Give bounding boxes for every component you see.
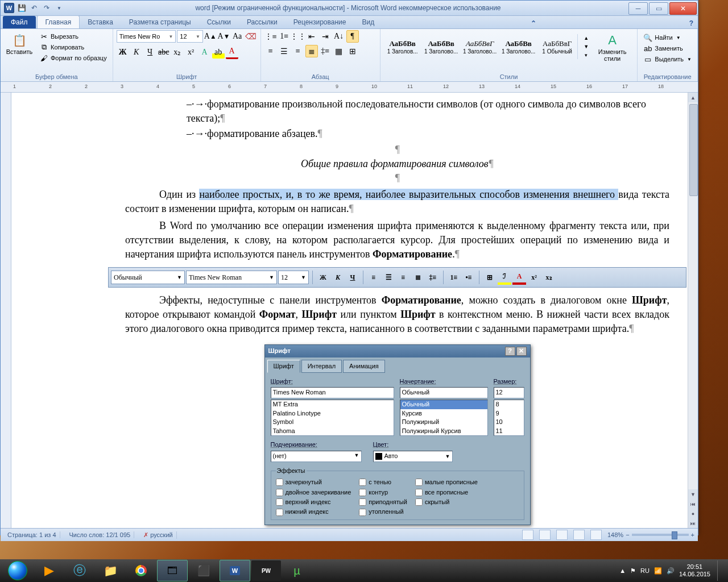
- tray-volume-icon[interactable]: 🔊: [667, 567, 675, 575]
- style-item[interactable]: АаБбВв1 Заголово...: [500, 30, 537, 63]
- ruler-vertical[interactable]: [1, 93, 11, 528]
- tray-lang[interactable]: RU: [640, 567, 650, 574]
- view-print-layout[interactable]: [522, 530, 533, 540]
- style-item[interactable]: АаБбВвГ1 Обычный: [539, 30, 576, 63]
- shrink-font-button[interactable]: A▼: [218, 30, 230, 43]
- paste-button[interactable]: 📋 Вставить: [4, 30, 35, 57]
- sort-button[interactable]: A↓: [333, 30, 345, 43]
- subscript-button[interactable]: x₂: [171, 46, 184, 59]
- align-center-button[interactable]: ☰: [278, 45, 291, 57]
- tab-home[interactable]: Главная: [37, 15, 80, 28]
- minimize-button[interactable]: ─: [628, 2, 648, 15]
- tray-clock[interactable]: 20:5114.06.2015: [679, 563, 710, 578]
- italic-button[interactable]: К: [130, 46, 143, 59]
- qat-save-icon[interactable]: 💾: [16, 3, 27, 13]
- copy-button[interactable]: ⧉Копировать: [37, 42, 109, 52]
- select-button[interactable]: ▭Выделить▼: [641, 54, 694, 64]
- numbering-button[interactable]: 1≡: [278, 30, 291, 43]
- tab-insert[interactable]: Вставка: [80, 16, 121, 28]
- clear-format-button[interactable]: ⌫: [245, 30, 257, 43]
- tray-expand-icon[interactable]: ▲: [619, 567, 626, 574]
- change-styles-button[interactable]: A Изменить стили: [595, 30, 630, 64]
- page-scroll[interactable]: –·→·форматирование произвольной последов…: [11, 93, 698, 528]
- status-words[interactable]: Число слов: 12/1 095: [66, 531, 135, 538]
- font-size-combo[interactable]: 12▼: [177, 30, 203, 43]
- file-tab[interactable]: Файл: [3, 16, 36, 28]
- qat-redo-icon[interactable]: ↷: [42, 3, 52, 13]
- maximize-button[interactable]: ▭: [649, 2, 668, 15]
- cut-button[interactable]: ✂Вырезать: [37, 31, 109, 41]
- show-marks-button[interactable]: ¶: [346, 30, 359, 43]
- view-fullscreen[interactable]: [539, 530, 551, 540]
- shading-button[interactable]: ▦: [333, 45, 345, 57]
- browse-object-icon[interactable]: ●: [688, 509, 698, 518]
- taskbar-app3[interactable]: PW: [251, 560, 281, 581]
- app-icon[interactable]: W: [4, 3, 14, 13]
- status-page[interactable]: Страница: 1 из 4: [4, 531, 60, 538]
- indent-inc-button[interactable]: ⇥: [319, 30, 332, 43]
- bullets-button[interactable]: ⋮≡: [264, 30, 277, 43]
- font-name-combo[interactable]: Times New Ro▼: [117, 30, 176, 43]
- align-left-button[interactable]: ≡: [264, 45, 277, 57]
- underline-button[interactable]: Ч: [144, 46, 156, 59]
- qat-undo-icon[interactable]: ↶: [29, 3, 39, 13]
- strike-button[interactable]: abc: [158, 46, 170, 59]
- multilevel-button[interactable]: ⋮⋮: [292, 30, 304, 43]
- start-button[interactable]: [2, 560, 33, 581]
- scroll-up-icon[interactable]: ▲: [688, 93, 698, 102]
- find-button[interactable]: 🔍Найти▼: [641, 32, 694, 43]
- line-spacing-button[interactable]: ‡≡: [319, 45, 332, 57]
- borders-button[interactable]: ⊞: [346, 45, 359, 57]
- styles-scroll-up[interactable]: ▲: [580, 34, 593, 42]
- taskbar-ie[interactable]: ⓔ: [65, 560, 94, 581]
- next-page-icon[interactable]: ⏭: [688, 518, 698, 528]
- status-lang[interactable]: ✗ русский: [140, 531, 177, 539]
- taskbar-explorer[interactable]: 📁: [96, 560, 125, 581]
- styles-scroll-down[interactable]: ▼: [580, 43, 593, 51]
- indent-dec-button[interactable]: ⇤: [305, 30, 318, 43]
- close-button[interactable]: ✕: [669, 2, 697, 15]
- taskbar-app2[interactable]: ⬛: [189, 560, 218, 581]
- view-web[interactable]: [556, 530, 568, 540]
- grow-font-button[interactable]: A▲: [204, 30, 217, 43]
- tray-network-icon[interactable]: 📶: [654, 567, 662, 575]
- align-justify-button[interactable]: ≣: [305, 45, 318, 57]
- document-page[interactable]: –·→·форматирование произвольной последов…: [11, 93, 698, 525]
- ruler-horizontal[interactable]: document.write(Array.from({length:19},(_…: [1, 82, 698, 93]
- bold-button[interactable]: Ж: [117, 46, 129, 59]
- taskbar-utorrent[interactable]: µ: [282, 560, 312, 581]
- style-item[interactable]: АаБбВв1 Заголов...: [384, 30, 421, 63]
- zoom-level[interactable]: 148%: [607, 531, 623, 538]
- view-draft[interactable]: [590, 530, 602, 540]
- taskbar-chrome[interactable]: [126, 560, 156, 581]
- zoom-in-button[interactable]: +: [691, 531, 694, 538]
- superscript-button[interactable]: x²: [185, 46, 197, 59]
- tray-flag-icon[interactable]: ⚑: [630, 567, 636, 575]
- ribbon-minimize-icon[interactable]: ⌃: [526, 18, 541, 28]
- zoom-out-button[interactable]: −: [626, 531, 629, 538]
- font-color-button[interactable]: A: [226, 45, 238, 59]
- change-case-button[interactable]: Aa: [231, 30, 243, 43]
- scroll-down-icon[interactable]: ▼: [688, 489, 698, 499]
- tab-mailings[interactable]: Рассылки: [239, 16, 286, 28]
- align-right-button[interactable]: ≡: [292, 45, 304, 57]
- tab-view[interactable]: Вид: [354, 16, 382, 28]
- tab-review[interactable]: Рецензирование: [286, 16, 354, 28]
- replace-button[interactable]: abЗаменить: [641, 43, 694, 53]
- taskbar-word[interactable]: W: [220, 560, 250, 581]
- tab-layout[interactable]: Разметка страницы: [121, 16, 199, 28]
- style-item[interactable]: АаБбВв1 Заголово...: [423, 30, 460, 63]
- help-icon[interactable]: ?: [685, 18, 698, 28]
- taskbar-mediaplayer[interactable]: ▶: [34, 560, 64, 581]
- text-effects-button[interactable]: A: [198, 46, 211, 59]
- style-item[interactable]: АаБбВвГ1 Заголово...: [461, 30, 499, 63]
- format-painter-button[interactable]: 🖌Формат по образцу: [37, 53, 109, 63]
- zoom-slider[interactable]: [632, 534, 689, 536]
- taskbar-app1[interactable]: 🗔: [157, 560, 188, 581]
- styles-expand[interactable]: ▾: [580, 51, 593, 59]
- prev-page-icon[interactable]: ⏮: [688, 499, 698, 509]
- highlight-button[interactable]: ab: [212, 46, 225, 59]
- tab-references[interactable]: Ссылки: [199, 16, 239, 28]
- vertical-scrollbar[interactable]: ▲ ▼ ⏮ ● ⏭: [688, 93, 698, 528]
- show-desktop-button[interactable]: [717, 560, 723, 581]
